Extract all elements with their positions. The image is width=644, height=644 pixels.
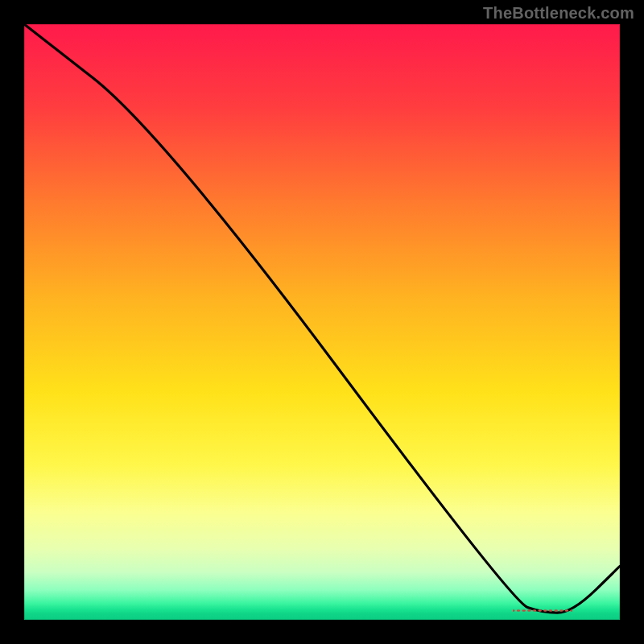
plot-area <box>24 24 620 620</box>
chart-stage: TheBottleneck.com <box>0 0 644 644</box>
watermark: TheBottleneck.com <box>483 5 634 21</box>
bottleneck-curve <box>24 24 620 620</box>
